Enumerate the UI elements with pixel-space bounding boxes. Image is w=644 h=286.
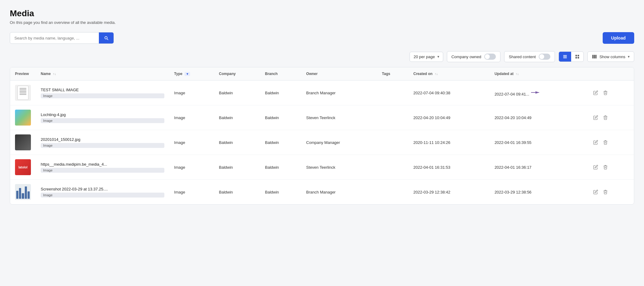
svg-rect-5 bbox=[575, 57, 577, 58]
name-sort-icon: ↑↓ bbox=[53, 72, 56, 76]
svg-rect-0 bbox=[563, 55, 567, 56]
page-container: Media On this page you find an overview … bbox=[0, 0, 644, 213]
svg-rect-3 bbox=[575, 55, 577, 56]
show-columns-chevron-icon: ▾ bbox=[628, 55, 630, 59]
row-name: TEST SMALL IMAGE bbox=[41, 88, 164, 92]
preview-cell bbox=[10, 180, 36, 205]
preview-cell: latolol bbox=[10, 155, 36, 180]
col-company: Company bbox=[214, 67, 260, 81]
shared-content-label: Shared content bbox=[509, 55, 536, 59]
search-button[interactable] bbox=[99, 32, 114, 43]
company-owned-toggle-group: Company owned bbox=[447, 51, 501, 62]
search-input[interactable] bbox=[10, 33, 99, 43]
media-table: Preview Name ↑↓ Type ▼ Company Branch bbox=[10, 67, 634, 204]
page-subtitle: On this page you find an overview of all… bbox=[10, 20, 634, 25]
grid-view-button[interactable] bbox=[571, 52, 583, 62]
type-cell: Image bbox=[169, 180, 214, 205]
owner-cell: Steven Teerlinck bbox=[301, 105, 377, 130]
name-cell: 20201014_150012.jpg Image bbox=[36, 130, 169, 155]
row-badge: Image bbox=[41, 118, 164, 123]
company-cell: Baldwin bbox=[214, 81, 260, 105]
edit-icon bbox=[593, 190, 598, 194]
svg-rect-4 bbox=[578, 55, 579, 56]
updated-sort-icon: ↑↓ bbox=[516, 72, 519, 76]
per-page-select[interactable]: 20 per page ▾ bbox=[410, 52, 443, 62]
edit-icon bbox=[593, 140, 598, 145]
created-on-cell: 2022-03-29 12:38:42 bbox=[408, 180, 489, 205]
row-name: Lochting-4.jpg bbox=[41, 112, 164, 117]
view-toggle bbox=[559, 51, 584, 62]
branch-cell: Baldwin bbox=[260, 155, 301, 180]
branch-cell: Baldwin bbox=[260, 81, 301, 105]
row-badge: Image bbox=[41, 193, 164, 198]
actions-cell bbox=[587, 130, 634, 155]
per-page-label: 20 per page bbox=[414, 55, 435, 59]
delete-icon bbox=[603, 90, 608, 95]
company-owned-label: Company owned bbox=[451, 55, 481, 59]
delete-button[interactable] bbox=[602, 139, 609, 146]
search-wrapper bbox=[10, 32, 114, 44]
name-cell: Lochting-4.jpg Image bbox=[36, 105, 169, 130]
row-badge: Image bbox=[41, 168, 164, 173]
col-name[interactable]: Name ↑↓ bbox=[36, 67, 169, 81]
tags-cell bbox=[377, 180, 409, 205]
shared-content-toggle[interactable] bbox=[539, 54, 550, 60]
delete-button[interactable] bbox=[602, 114, 609, 121]
delete-button[interactable] bbox=[602, 188, 609, 196]
col-type[interactable]: Type ▼ bbox=[169, 67, 214, 81]
tags-cell bbox=[377, 155, 409, 180]
toolbar-row: 20 per page ▾ Company owned Shared conte… bbox=[10, 51, 634, 62]
created-sort-icon: ↑↓ bbox=[435, 72, 438, 76]
columns-icon bbox=[592, 54, 597, 59]
updated-at-cell: 2022-04-01 16:39:55 bbox=[490, 130, 587, 155]
company-cell: Baldwin bbox=[214, 130, 260, 155]
table-container: Preview Name ↑↓ Type ▼ Company Branch bbox=[10, 67, 634, 205]
owner-cell: Steven Teerlinck bbox=[301, 155, 377, 180]
delete-button[interactable] bbox=[602, 89, 609, 96]
col-tags: Tags bbox=[377, 67, 409, 81]
name-cell: TEST SMALL IMAGE Image bbox=[36, 81, 169, 105]
shared-content-toggle-group: Shared content bbox=[504, 51, 555, 62]
edit-button[interactable] bbox=[592, 164, 599, 171]
tags-cell bbox=[377, 105, 409, 130]
branch-cell: Baldwin bbox=[260, 180, 301, 205]
edit-icon bbox=[593, 115, 598, 120]
edit-button[interactable] bbox=[592, 89, 599, 96]
created-on-cell: 2022-07-04 09:40:38 bbox=[408, 81, 489, 105]
search-icon bbox=[104, 36, 109, 40]
col-owner: Owner bbox=[301, 67, 377, 81]
col-updated-at[interactable]: Updated at ↑↓ bbox=[490, 67, 587, 81]
delete-icon bbox=[603, 140, 608, 145]
show-columns-button[interactable]: Show columns ▾ bbox=[587, 51, 634, 62]
svg-rect-9 bbox=[595, 55, 597, 58]
upload-button[interactable]: Upload bbox=[603, 32, 634, 44]
list-view-button[interactable] bbox=[559, 52, 571, 62]
edit-icon bbox=[593, 90, 598, 95]
chevron-down-icon: ▾ bbox=[437, 55, 439, 59]
updated-at-value: 2022-07-04 09:41... bbox=[495, 92, 529, 96]
row-name: Screenshot 2022-03-29 at 13.37.25.... bbox=[41, 187, 164, 191]
name-cell: Screenshot 2022-03-29 at 13.37.25.... Im… bbox=[36, 180, 169, 205]
delete-button[interactable] bbox=[602, 164, 609, 171]
table-row: TEST SMALL IMAGE Image Image Baldwin Bal… bbox=[10, 81, 634, 105]
type-filter-icon[interactable]: ▼ bbox=[185, 72, 190, 76]
company-cell: Baldwin bbox=[214, 155, 260, 180]
table-header-row: Preview Name ↑↓ Type ▼ Company Branch bbox=[10, 67, 634, 81]
col-created-on[interactable]: Created on ↑↓ bbox=[408, 67, 489, 81]
edit-button[interactable] bbox=[592, 114, 599, 121]
branch-cell: Baldwin bbox=[260, 105, 301, 130]
delete-icon bbox=[603, 165, 608, 170]
actions-cell bbox=[587, 105, 634, 130]
updated-at-value: 2022-03-29 12:38:56 bbox=[495, 190, 532, 194]
edit-button[interactable] bbox=[592, 139, 599, 146]
type-cell: Image bbox=[169, 155, 214, 180]
delete-icon bbox=[603, 190, 608, 194]
edit-button[interactable] bbox=[592, 188, 599, 196]
type-cell: Image bbox=[169, 105, 214, 130]
table-row: latolol https__media.medipim.be_media_4.… bbox=[10, 155, 634, 180]
updated-at-value: 2022-04-20 10:04:49 bbox=[495, 115, 532, 120]
row-name: https__media.medipim.be_media_4... bbox=[41, 162, 164, 167]
actions-cell bbox=[587, 180, 634, 205]
company-owned-toggle[interactable] bbox=[484, 54, 496, 60]
table-row: Lochting-4.jpg Image Image Baldwin Baldw… bbox=[10, 105, 634, 130]
